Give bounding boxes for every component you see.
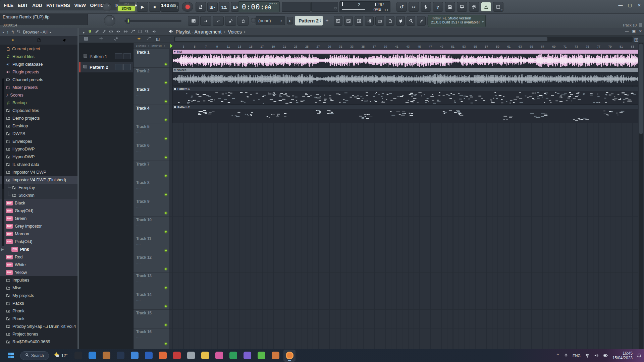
track-header-track-8[interactable]: Track 8.... <box>133 179 169 198</box>
track-header-track-1[interactable]: Track 1.... <box>133 49 169 68</box>
red-ring-app[interactable] <box>171 350 183 362</box>
excel-app[interactable] <box>227 350 239 362</box>
picker-link-icon[interactable] <box>114 36 118 42</box>
picker-pattern-pattern-1[interactable]: Pattern 1 <box>79 51 133 62</box>
browser-item-il-shared-data[interactable]: IL shared data <box>0 161 77 168</box>
vscroll-thumb[interactable] <box>639 44 643 134</box>
menu-item-patterns[interactable]: PATTERNS <box>46 3 70 8</box>
browser-item-scores[interactable]: ♪Scores <box>0 91 77 99</box>
browser-item-impostor-v4-dwp[interactable]: Impostor V4 DWP <box>0 168 77 176</box>
browser-item-phonk[interactable]: Phonk <box>0 307 77 315</box>
browser-item-my-projects[interactable]: My projects <box>0 292 77 299</box>
start-button[interactable] <box>5 350 17 362</box>
smart-find-icon[interactable] <box>137 36 141 42</box>
browser-item-green[interactable]: DWGreen <box>0 215 77 222</box>
browser-item-plugin-database[interactable]: Plugin database <box>0 60 77 68</box>
media-app[interactable] <box>213 350 225 362</box>
timeline-ruler[interactable]: 3579111315171921232527293133353739414345… <box>169 43 638 49</box>
clip-inst[interactable]: ▶Inst <box>172 49 638 67</box>
track-led[interactable] <box>165 305 167 307</box>
playlist-close-button[interactable]: ✕ <box>639 29 642 34</box>
clip-voices[interactable]: ✕Voices <box>172 68 638 86</box>
browser-item-pink-old-[interactable]: DWPink(Old) <box>0 238 77 245</box>
track-led[interactable] <box>165 81 167 84</box>
magnet-icon[interactable] <box>88 29 92 35</box>
help-button[interactable]: ? <box>433 2 443 12</box>
mixer-button[interactable] <box>365 16 374 26</box>
weather-widget[interactable]: 12° <box>52 352 69 359</box>
multicolor-app[interactable] <box>241 350 253 362</box>
green-app[interactable] <box>255 350 267 362</box>
menu-item-view[interactable]: VIEW <box>74 3 86 8</box>
language-indicator[interactable]: ENG <box>573 354 581 358</box>
notification-arrow-icon[interactable]: ▸ <box>482 19 484 23</box>
edison-button[interactable]: ✂ <box>409 2 419 12</box>
time-display[interactable]: 0:00:00 M:S:CS <box>238 1 280 12</box>
track-led[interactable] <box>165 175 167 177</box>
browser-menu-arrow-icon[interactable]: ▸ <box>50 31 52 34</box>
zoom-icon[interactable] <box>145 29 149 35</box>
playlist-button[interactable] <box>334 16 342 26</box>
notification-bell-icon[interactable] <box>637 353 641 358</box>
browser-item-backup[interactable]: Backup <box>0 99 77 107</box>
browser-item-prodby-shyrap-i-drum-kit-vol-4[interactable]: Prodby ShyRap -..i Drum Kit Vol.4 <box>0 322 77 330</box>
browser-tab-plugins-icon[interactable] <box>52 38 77 44</box>
taskbar-search[interactable]: Search <box>20 351 49 360</box>
hscroll-thumb[interactable] <box>175 37 547 41</box>
track-led[interactable] <box>165 212 167 214</box>
piano-roll-button[interactable] <box>344 16 353 26</box>
step-edit-button[interactable] <box>200 16 211 26</box>
track-led[interactable] <box>165 287 167 289</box>
save-as-button[interactable] <box>457 2 467 12</box>
track-header-track-12[interactable]: Track 12.... <box>133 254 169 273</box>
channel-rack-button[interactable] <box>355 16 363 26</box>
record-audio-button[interactable] <box>421 2 431 12</box>
fl-studio-app[interactable] <box>283 350 296 362</box>
puzzle-app[interactable] <box>269 350 281 362</box>
navy-app[interactable] <box>114 350 126 362</box>
gray-app[interactable] <box>185 350 197 362</box>
blue-app[interactable] <box>128 350 141 362</box>
browser-item-red[interactable]: DWRed <box>0 253 77 261</box>
track-led[interactable] <box>165 137 167 140</box>
slide-icon[interactable] <box>131 29 135 35</box>
master-pitch-knob[interactable] <box>104 15 115 26</box>
pat-mode-label[interactable]: PAT <box>118 2 135 6</box>
zcross-label[interactable]: Z-CROSS <box>136 45 146 47</box>
wait-for-input-button[interactable]: Ш◔ <box>207 2 218 12</box>
preview-icon[interactable] <box>152 29 156 35</box>
menu-item-file[interactable]: FILE <box>4 3 13 8</box>
tools-button[interactable] <box>407 16 415 26</box>
record-button[interactable] <box>182 2 193 12</box>
browser-item-project-bones[interactable]: Project bones <box>0 330 77 338</box>
track-header-track-13[interactable]: Track 13.... <box>133 273 169 291</box>
song-mode-label[interactable]: SONG <box>118 6 135 11</box>
browser-item-maroon[interactable]: DWMaroon <box>0 230 77 238</box>
playlist-marker-selector[interactable]: (none)▸ <box>256 16 285 25</box>
browser-item-impulses[interactable]: Impulses <box>0 276 77 284</box>
playlist-context[interactable]: Voices <box>228 29 242 35</box>
track-header-track-6[interactable]: Track 6.... <box>133 142 169 161</box>
browser-search-icon[interactable] <box>17 29 21 35</box>
dark-app[interactable] <box>72 350 84 362</box>
pattern-spinner[interactable]: ▲▼ <box>319 19 321 22</box>
track-led[interactable] <box>165 63 167 65</box>
tempo-spinner[interactable]: ▲▼ <box>176 6 178 9</box>
undo-button[interactable]: ↺ <box>396 2 407 12</box>
battery-icon[interactable] <box>603 353 608 358</box>
playback-position-panel[interactable] <box>282 2 311 12</box>
brush-button[interactable] <box>417 16 426 26</box>
browser-toggle-button[interactable] <box>375 16 384 26</box>
group-link-icon[interactable] <box>147 36 151 42</box>
browser-item-current-project[interactable]: Current project <box>0 45 77 53</box>
pattern-selector[interactable]: Pattern 2 ▲▼ <box>295 16 323 25</box>
track-led[interactable] <box>165 343 167 345</box>
track-led[interactable] <box>165 193 167 196</box>
metronome-button[interactable] <box>196 2 206 12</box>
pencil-icon[interactable] <box>95 29 99 35</box>
track-led[interactable] <box>165 100 167 103</box>
browser-item-channel-presets[interactable]: Channel presets <box>0 76 77 83</box>
swing-button[interactable] <box>213 16 224 26</box>
browser-item-black[interactable]: DWBlack <box>0 199 77 207</box>
browser-item-envelopes[interactable]: Envelopes <box>0 137 77 145</box>
